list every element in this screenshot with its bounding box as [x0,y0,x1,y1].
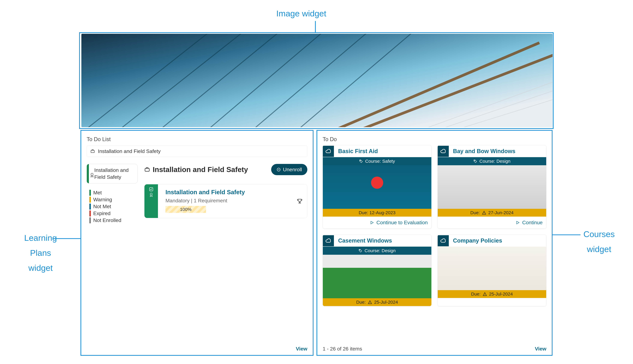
cloud-icon [438,146,449,157]
course-action-label: Continue to Evaluation [376,220,428,226]
play-icon [516,220,520,225]
legend-row: Not Met [89,204,138,210]
warning-icon [482,210,486,215]
course-title[interactable]: Bay and Bow Windows [452,145,517,157]
lp-section-title: To Do List [87,136,307,142]
lp-requirement-card[interactable]: Installation and Field Safety Mandatory … [144,184,307,218]
legend-swatch [89,217,91,223]
lp-progress-label: 100% [180,207,192,212]
legend-swatch [89,204,91,210]
learning-plans-widget-panel: To Do List Installation and Field Safety… [80,130,314,356]
annotation-text: widget [569,244,629,254]
minus-circle-icon [276,168,281,172]
play-icon [370,220,374,225]
course-action[interactable]: Continue [438,216,546,228]
unenroll-button[interactable]: Unenroll [271,164,307,175]
course-due-text: Due: 12-Aug-2023 [359,210,396,215]
legend-row: Warning [89,197,138,203]
course-due-bar: Due: 12-Aug-2023 [323,209,431,216]
legend-swatch [89,197,91,203]
course-due-date: 27-Jun-2024 [488,210,514,215]
course-card-header: Company Policies [438,235,546,246]
course-card[interactable]: Basic First Aid Course: Safety Due: 12-A… [323,145,432,228]
course-category-banner: Course: Design [323,246,431,255]
course-due-bar: Due:25-Jul-2024 [438,290,546,298]
svg-rect-3 [145,168,150,171]
course-category-text: Course: Design [480,159,510,164]
svg-point-2 [91,173,93,176]
svg-point-9 [360,250,360,250]
courses-widget-panel: To Do Basic First Aid Course: Safety Due… [316,130,552,356]
course-thumbnail [438,165,546,209]
cloud-icon [323,235,334,246]
lp-plan-chip-accent [87,164,89,183]
legend-label: Warning [93,197,112,202]
annotation-text: Plans [8,248,73,258]
legend-swatch [89,210,91,216]
courses-pagination: 1 - 26 of 26 items [323,346,362,352]
legend-label: Expired [93,210,110,216]
course-title[interactable]: Company Policies [452,235,504,246]
legend-label: Not Enrolled [93,217,121,223]
svg-point-8 [474,160,475,161]
course-grid: Basic First Aid Course: Safety Due: 12-A… [323,145,546,306]
cloud-icon [438,235,449,246]
legend-label: Met [93,190,102,196]
lp-requirement-meta: Mandatory | 1 Requirement [166,198,291,204]
tag-icon [358,249,362,252]
lp-legend: Met Warning Not Met Expired Not Enrolled [87,190,138,223]
lp-progress-bar: 100% [166,206,206,213]
lp-plan-chip-title: Installation and Field Safety [94,167,129,180]
course-category-text: Course: Design [364,248,396,253]
course-action[interactable]: Continue to Evaluation [323,216,431,228]
course-due-prefix: Due: [471,292,480,296]
annotation-text: widget [8,263,73,273]
course-due-prefix: Due: [470,210,480,215]
lp-view-link[interactable]: View [296,346,307,352]
course-due-date: 25-Jul-2024 [489,292,513,296]
ribbon-icon [149,193,153,197]
annotation-connector [315,21,316,33]
legend-swatch [89,190,91,196]
lp-plan-header-row[interactable]: Installation and Field Safety [87,146,307,157]
course-card-header: Basic First Aid [323,145,431,157]
course-due-date: 25-Jul-2024 [374,300,398,305]
warning-icon [368,300,372,304]
lp-sidebar: Installation and Field Safety Met Warnin… [87,164,138,224]
briefcase-icon [90,149,95,154]
courses-section-title: To Do [323,136,546,142]
course-due-prefix: Due: [356,300,366,305]
course-thumbnail [323,165,431,209]
course-due-bar: Due:25-Jul-2024 [323,298,431,306]
course-title[interactable]: Basic First Aid [336,145,380,157]
annotation-connector [52,238,80,239]
course-category-text: Course: Safety [365,159,395,164]
legend-row: Not Enrolled [89,217,138,223]
course-card-header: Casement Windows [323,235,431,246]
annotation-connector [552,234,580,235]
unenroll-label: Unenroll [283,166,302,172]
course-card[interactable]: Bay and Bow Windows Course: Design Due:2… [438,145,546,228]
svg-point-7 [360,160,361,161]
briefcase-icon [144,167,150,172]
course-due-bar: Due:27-Jun-2024 [438,209,546,216]
course-title[interactable]: Casement Windows [336,235,394,246]
legend-row: Expired [89,210,138,216]
warning-icon [483,292,487,296]
ribbon-icon [90,173,94,178]
svg-rect-1 [91,150,94,152]
course-card[interactable]: Casement Windows Course: Design Due:25-J… [323,234,432,306]
lp-plan-chip[interactable]: Installation and Field Safety [87,164,138,184]
lp-plan-tree-label: Installation and Field Safety [98,148,161,154]
lp-requirement-title: Installation and Field Safety [166,189,291,196]
svg-point-6 [150,193,152,195]
course-thumbnail [323,255,431,298]
legend-label: Not Met [93,204,111,210]
course-card[interactable]: Company Policies Due:25-Jul-2024 [438,234,546,306]
image-widget-banner [82,34,552,127]
courses-view-link[interactable]: View [535,346,546,352]
annotation-text: Courses [569,229,629,240]
annotation-text: Learning [8,233,73,243]
lp-main-title-text: Installation and Field Safety [153,166,248,174]
annotation-image-widget: Image widget [276,8,326,19]
